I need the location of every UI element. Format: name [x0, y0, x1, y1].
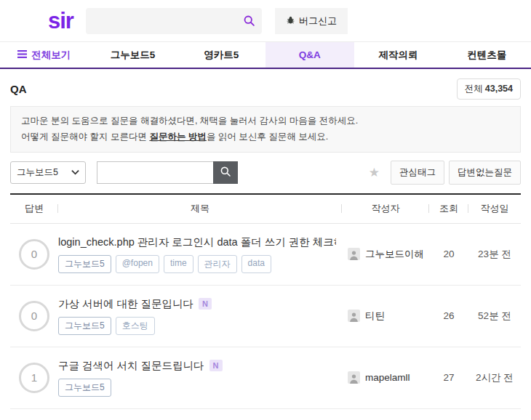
view-count: 20 — [429, 249, 468, 259]
col-header-views: 조회 — [429, 202, 468, 215]
tag[interactable]: time — [164, 255, 193, 273]
tab-gnuboard5[interactable]: 그누보드5 — [89, 42, 177, 68]
tab-contents-mall[interactable]: 컨텐츠몰 — [442, 42, 531, 68]
tab-label: 제작의뢰 — [379, 49, 418, 62]
notice-line2: 어떻게 질문해야 할지 모른다면 질문하는 방법을 읽어 보신후 질문해 보세요… — [21, 129, 510, 145]
total-count-badge: 전체43,354 — [457, 78, 521, 100]
site-logo[interactable]: sir — [48, 9, 73, 32]
tag-list: 그누보드5@fopentime관리자data — [58, 255, 336, 273]
answer-count-badge: 0 — [19, 301, 49, 331]
site-header: sir 버그신고 — [0, 0, 531, 41]
bug-report-label: 버그신고 — [299, 15, 337, 28]
notice-box: 고마운 분의 도움으로 질문을 해결하셨다면, 채택을 눌러서 감사의 마음을 … — [10, 106, 521, 153]
tag-list: 그누보드5호스팅 — [58, 317, 336, 335]
header-search-icon[interactable] — [237, 15, 262, 27]
author-name: 티틴 — [365, 310, 385, 323]
search-icon — [220, 166, 231, 179]
user-avatar-icon — [348, 310, 360, 322]
table-body: 0 login_check.php 관리자 로그인시 data 폴더 쓰기 권한… — [10, 224, 521, 420]
page-title: QA — [10, 83, 27, 95]
table-row: 0 게시글에 첨부된 파일이 메일에 들어가도록 하고 싶은데요. ... KD… — [10, 409, 521, 420]
tab-production-request[interactable]: 제작의뢰 — [354, 42, 443, 68]
total-label: 전체 — [465, 84, 483, 94]
tag-list: 그누보드5 — [58, 379, 336, 397]
table-row: 0 login_check.php 관리자 로그인시 data 폴더 쓰기 권한… — [10, 224, 521, 286]
qa-table: 답변 제목 작성자 조회 작성일 0 login_check.php 관리자 로… — [10, 193, 521, 420]
board-search-button[interactable] — [213, 161, 238, 184]
bug-report-button[interactable]: 버그신고 — [275, 8, 348, 34]
favorite-star-icon[interactable]: ★ — [369, 165, 380, 180]
post-title-link[interactable]: 구글 검색어 서치 질문드립니다 — [58, 360, 204, 371]
table-header: 답변 제목 작성자 조회 작성일 — [10, 195, 521, 224]
no-answer-filter-button[interactable]: 답변없는질문 — [449, 161, 521, 185]
table-row: 1 구글 검색어 서치 질문드립니다N 그누보드5 mapelamll 27 2… — [10, 347, 521, 409]
total-count: 43,354 — [485, 84, 513, 94]
bug-icon — [286, 15, 295, 27]
new-badge: N — [199, 298, 212, 310]
tab-label: 그누보드5 — [111, 49, 156, 62]
tag[interactable]: @fopen — [116, 255, 159, 273]
post-date: 52분 전 — [468, 310, 521, 323]
tab-qna[interactable]: Q&A — [266, 42, 354, 68]
board-select-value: 그누보드5 — [17, 166, 58, 179]
board-select[interactable]: 그누보드5 — [10, 161, 86, 184]
hamburger-menu-icon — [17, 49, 27, 60]
tab-label: Q&A — [299, 49, 321, 60]
tag[interactable]: 그누보드5 — [58, 317, 111, 335]
header-search-box — [86, 8, 262, 34]
table-row: 0 가상 서버에 대한 질문입니다N 그누보드5호스팅 티틴 26 52분 전 — [10, 286, 521, 347]
view-count: 27 — [429, 372, 468, 383]
tab-label: 전체보기 — [31, 49, 71, 62]
nav-tabs: 전체보기그누보드5영카트5Q&A제작의뢰컨텐츠몰 — [0, 41, 531, 69]
author-name: mapelamll — [365, 372, 410, 383]
post-date: 23분 전 — [468, 248, 521, 261]
author-cell[interactable]: 티틴 — [342, 310, 429, 323]
chevron-down-icon — [71, 167, 79, 177]
tag[interactable]: 관리자 — [198, 255, 237, 273]
post-title-link[interactable]: login_check.php 관리자 로그인시 data 폴더 쓰기 권한 체… — [58, 236, 336, 248]
post-date: 2시간 전 — [468, 371, 521, 384]
col-header-title: 제목 — [58, 202, 342, 215]
author-name: 그누보드이해 — [365, 248, 424, 261]
col-header-author: 작성자 — [342, 202, 429, 215]
view-count: 26 — [429, 310, 468, 321]
tag[interactable]: 호스팅 — [116, 317, 155, 335]
tag[interactable]: data — [241, 255, 271, 273]
notice-line1: 고마운 분의 도움으로 질문을 해결하셨다면, 채택을 눌러서 감사의 마음을 … — [21, 113, 510, 129]
col-header-answers: 답변 — [10, 202, 58, 215]
how-to-ask-link[interactable]: 질문하는 방법 — [149, 132, 206, 142]
user-avatar-icon — [348, 371, 360, 384]
tab-label: 영카트5 — [204, 49, 239, 62]
new-badge: N — [209, 360, 223, 371]
post-title-link[interactable]: 가상 서버에 대한 질문입니다 — [58, 298, 193, 310]
answer-count-badge: 0 — [19, 239, 49, 270]
board-search-input[interactable] — [97, 161, 213, 184]
tab-youngcart5[interactable]: 영카트5 — [177, 42, 266, 68]
author-cell[interactable]: 그누보드이해 — [342, 248, 429, 261]
author-cell[interactable]: mapelamll — [342, 371, 429, 384]
tab-label: 컨텐츠몰 — [467, 49, 506, 62]
col-header-date: 작성일 — [468, 202, 521, 215]
header-search-input[interactable] — [86, 15, 237, 26]
tag[interactable]: 그누보드5 — [58, 379, 111, 397]
interest-tag-button[interactable]: 관심태그 — [391, 161, 444, 185]
tag[interactable]: 그누보드5 — [58, 255, 111, 273]
answer-count-badge: 1 — [19, 363, 49, 393]
tab-all-menu[interactable]: 전체보기 — [0, 42, 89, 68]
user-avatar-icon — [348, 248, 360, 260]
